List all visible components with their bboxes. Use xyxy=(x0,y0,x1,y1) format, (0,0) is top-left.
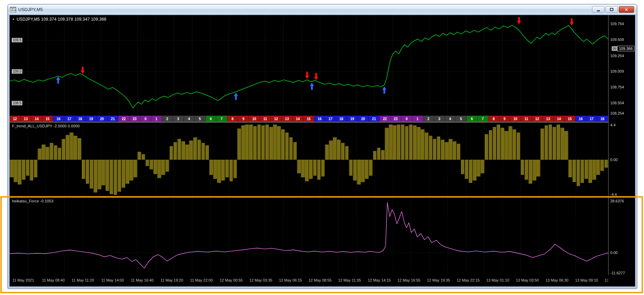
axis-label: 109.764 xyxy=(610,22,624,26)
symbol-ohlc-label: ▼USDJPY,M5 109.374 109.378 109.347 109.3… xyxy=(12,17,106,22)
buy-arrow-icon xyxy=(56,76,60,84)
force-indicator-panel[interactable]: heikatsu_Force -0.1053 xyxy=(10,198,608,275)
force-scale-axis[interactable]: 28.63760.00-11.6277 xyxy=(608,198,635,275)
session-hour-cell: 18 xyxy=(75,116,86,122)
time-label: 11 May 11:20 xyxy=(72,278,94,282)
buy-arrow-icon xyxy=(382,86,386,94)
session-hour-cell: 13 xyxy=(282,116,293,122)
time-label: 12 May 22:15 xyxy=(457,278,480,282)
buy-arrow-icon xyxy=(234,93,238,100)
axis-label: -11.6277 xyxy=(610,271,625,275)
price-panel[interactable]: ▼USDJPY,M5 109.374 109.378 109.347 109.3… xyxy=(10,15,608,116)
session-hour-cell: 5 xyxy=(195,116,206,122)
axis-label: 109.009 xyxy=(610,69,624,73)
time-label: 13 May 06:30 xyxy=(546,278,569,282)
session-hour-cell: 16 xyxy=(53,116,64,122)
time-axis[interactable]: 11 May 202111 May 08:4011 May 11:2011 Ma… xyxy=(10,275,608,287)
time-label: 12 May 14:15 xyxy=(368,278,391,282)
session-hour-cell: 14 xyxy=(31,116,42,122)
session-hour-cell: 16 xyxy=(314,116,325,122)
time-label: 11 May 22:00 xyxy=(190,278,213,282)
session-hour-cell: 2 xyxy=(162,116,173,122)
chart-icon xyxy=(10,7,16,12)
session-hour-cell: 22 xyxy=(380,116,391,122)
ftrend-scale-axis[interactable]: 4.40.00-4.4 xyxy=(608,123,635,197)
session-hour-cell: 22 xyxy=(118,116,129,122)
axis-label: 4.4 xyxy=(610,123,615,127)
force-label: heikatsu_Force -0.1053 xyxy=(12,199,53,203)
time-label: 12 May 16:55 xyxy=(397,278,420,282)
session-hour-cell: 11 xyxy=(521,116,532,122)
window-controls: × xyxy=(592,6,635,13)
session-hour-cell: 17 xyxy=(586,116,597,122)
sell-arrow-icon xyxy=(570,18,574,25)
minimize-button[interactable] xyxy=(592,6,604,13)
price-grid-tag: 109.0 xyxy=(12,69,22,74)
session-hour-cell: 15 xyxy=(303,116,314,122)
price-tag: 36 xyxy=(612,46,617,51)
session-hour-cell: 21 xyxy=(107,116,118,122)
axis-label: 108.504 xyxy=(610,101,624,105)
session-hour-cell: 11 xyxy=(260,116,271,122)
axis-label: 108.254 xyxy=(610,111,624,115)
buy-arrow-icon xyxy=(310,83,314,90)
session-hour-cell: 15 xyxy=(564,116,575,122)
session-hour-bar: 1213141516171819202122230123456789101112… xyxy=(10,116,608,122)
axis-label: 28.6376 xyxy=(610,199,624,203)
sell-arrow-icon xyxy=(517,17,521,24)
desktop: USDJPY,M5 × ▼USDJPY,M5 109.374 109.378 1… xyxy=(0,0,644,295)
price-chart xyxy=(10,15,608,116)
session-hour-cell: 8 xyxy=(488,116,499,122)
time-label: 12 May 08:55 xyxy=(309,278,332,282)
session-hour-cell: 1 xyxy=(151,116,162,122)
axis-label: 0.00 xyxy=(610,251,617,255)
session-hour-cell: 0 xyxy=(140,116,151,122)
session-hour-cell: 9 xyxy=(238,116,249,122)
sell-arrow-icon xyxy=(305,72,309,79)
session-hour-cell: 17 xyxy=(64,116,75,122)
time-label: 13 May 09:10 xyxy=(575,278,598,282)
ftrend-label: F_trend_ALL_USDJPY -2.0000 0.0000 xyxy=(12,124,80,128)
ftrend-indicator-panel[interactable]: F_trend_ALL_USDJPY -2.0000 0.0000 xyxy=(10,123,608,197)
axis-label: -4.4 xyxy=(610,192,617,197)
session-hour-cell: 4 xyxy=(184,116,195,122)
axis-label: 108.754 xyxy=(610,85,624,89)
session-hour-cell: 20 xyxy=(358,116,369,122)
session-hour-cell: 6 xyxy=(206,116,217,122)
session-hour-cell: 23 xyxy=(129,116,141,122)
session-hour-cell: 17 xyxy=(325,116,336,122)
time-label: 12 May 03:35 xyxy=(249,278,272,282)
time-label: 13 May 01:10 xyxy=(486,278,509,282)
close-button[interactable]: × xyxy=(619,6,634,13)
session-hour-cell: 3 xyxy=(173,116,184,122)
session-hour-cell: 18 xyxy=(336,116,347,122)
time-label: 12 May 19:35 xyxy=(427,278,450,282)
session-hour-cell: 9 xyxy=(499,116,510,122)
session-hour-cell: 16 xyxy=(575,116,586,122)
session-hour-cell: 19 xyxy=(347,116,358,122)
session-hour-cell: 13 xyxy=(21,116,32,122)
price-grid-tag: 108.5 xyxy=(12,101,22,105)
ftrend-histogram xyxy=(10,123,608,197)
sell-arrow-icon xyxy=(81,67,85,74)
chart-area: ▼USDJPY,M5 109.374 109.378 109.347 109.3… xyxy=(9,15,635,287)
session-hour-cell: 3 xyxy=(434,116,445,122)
axis-label: 109.509 xyxy=(610,38,624,42)
axis-label: 109.254 xyxy=(610,54,624,58)
maximize-button[interactable] xyxy=(605,6,618,13)
time-label: 13 May 03:50 xyxy=(516,278,539,282)
axis-label: 0.00 xyxy=(610,158,617,162)
time-label: 12 May 11:35 xyxy=(338,278,361,282)
price-scale-axis[interactable]: 109.764109.509109.254109.009108.754108.5… xyxy=(608,15,635,123)
session-hour-cell: 2 xyxy=(423,116,434,122)
force-line-chart xyxy=(10,198,608,275)
session-hour-cell: 21 xyxy=(369,116,380,122)
time-label: 11 May 2021 xyxy=(12,278,34,282)
current-price-marker: 36109.366 xyxy=(612,46,634,51)
window-titlebar[interactable]: USDJPY,M5 × xyxy=(8,4,637,15)
time-label: 12 May 00:55 xyxy=(220,278,243,282)
mt4-chart-window: USDJPY,M5 × ▼USDJPY,M5 109.374 109.378 1… xyxy=(8,4,637,288)
session-hour-cell: 12 xyxy=(271,116,282,122)
session-hour-cell: 10 xyxy=(249,116,260,122)
session-hour-cell: 12 xyxy=(10,116,21,122)
